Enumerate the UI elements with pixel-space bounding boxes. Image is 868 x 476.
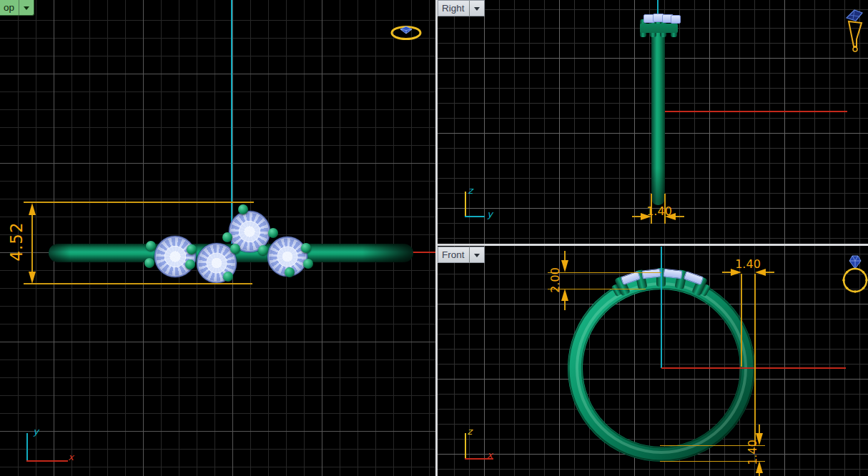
z-axis-line (661, 247, 662, 368)
prong[interactable] (144, 258, 154, 268)
axis-indicator-y (465, 216, 485, 217)
dimension-line (675, 216, 684, 217)
dimension-arrow-up (561, 289, 568, 301)
axis-label-y: y (487, 209, 493, 219)
viewport-label-front[interactable]: Front (438, 247, 485, 263)
viewport-front[interactable]: 2.00 1.40 1.40 z x (438, 246, 868, 476)
viewport-divider-vertical[interactable] (435, 0, 438, 476)
dropdown-arrow-icon[interactable] (24, 6, 29, 13)
dimension-text[interactable]: 1.40 (735, 257, 761, 271)
x-axis-line (661, 367, 846, 369)
dimension-line (766, 272, 774, 273)
dimension-extension-line (741, 274, 742, 367)
axis-indicator-z (465, 192, 466, 217)
dimension-line (564, 301, 566, 310)
axis-indicator-z (465, 433, 466, 460)
viewport-label-right[interactable]: Right (438, 0, 485, 16)
axis-label-y: y (33, 426, 39, 437)
dimension-extension-line (754, 274, 756, 445)
ring-band-side-view[interactable] (651, 21, 665, 205)
prong[interactable] (222, 232, 232, 242)
dimension-text[interactable]: 1.40 (746, 440, 759, 465)
horizontal-axis-line (664, 111, 847, 112)
viewport-divider-horizontal[interactable] (435, 244, 868, 246)
dimension-text[interactable]: 2.00 (548, 267, 562, 293)
axis-label-z: z (468, 426, 473, 437)
axis-indicator-x (26, 460, 68, 462)
ring-front-view-icon[interactable] (841, 250, 868, 294)
dimension-extension-line (24, 202, 254, 203)
prong[interactable] (223, 272, 233, 282)
dimension-text[interactable]: 1.40 (646, 204, 672, 218)
dimension-line (564, 251, 566, 260)
y-axis-line (231, 0, 232, 252)
dimension-line (31, 215, 33, 272)
ring-side-view-icon[interactable] (842, 6, 867, 54)
axis-indicator-y (26, 433, 28, 460)
ring-top-view-icon[interactable] (390, 21, 423, 41)
viewport-top[interactable]: 4.52 y x op (0, 0, 435, 476)
prong[interactable] (301, 243, 311, 253)
dimension-extension-line (24, 283, 252, 284)
viewport-label-text: Front (438, 249, 469, 262)
dimension-arrow-up (29, 203, 36, 215)
setting-gallery[interactable] (640, 24, 678, 33)
prong[interactable] (258, 245, 268, 255)
axis-label-x: x (487, 450, 493, 460)
dimension-arrow-down (561, 260, 568, 272)
dropdown-arrow-icon[interactable] (474, 7, 480, 14)
axis-label-z: z (468, 185, 473, 196)
label-separator (469, 247, 470, 262)
axis-label-x: x (68, 452, 74, 462)
prong[interactable] (146, 241, 156, 251)
viewport-label-top[interactable]: op (0, 0, 34, 16)
label-separator (19, 0, 19, 15)
prong[interactable] (268, 228, 278, 238)
prong[interactable] (238, 204, 248, 214)
prong[interactable] (187, 244, 197, 254)
prong[interactable] (303, 259, 313, 269)
prong[interactable] (230, 244, 240, 254)
gemstone[interactable] (671, 15, 681, 24)
prong[interactable] (185, 259, 195, 269)
dropdown-arrow-icon[interactable] (474, 254, 480, 260)
viewport-label-text: op (0, 1, 19, 14)
cad-workspace: 4.52 y x op (0, 0, 868, 476)
dimension-line (722, 272, 731, 273)
viewport-right[interactable]: 1.40 z y Right (438, 0, 868, 244)
dimension-arrow-down (29, 272, 36, 284)
viewport-label-text: Right (438, 2, 469, 15)
gemstone[interactable] (154, 236, 196, 277)
dimension-text[interactable]: 4.52 (7, 222, 26, 261)
label-separator (469, 1, 470, 16)
prong[interactable] (285, 267, 295, 277)
